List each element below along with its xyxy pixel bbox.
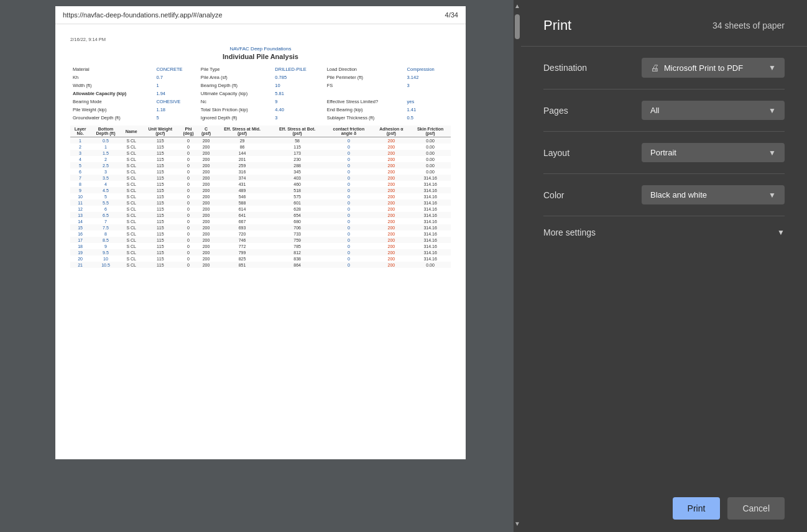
- table-cell: S CL: [121, 137, 142, 144]
- scroll-down-arrow[interactable]: ▼: [514, 518, 520, 530]
- table-cell: 460: [270, 181, 325, 187]
- table-row: 2110.5S CL115020085186402000.00: [70, 262, 451, 268]
- print-options: Destination 🖨 Microsoft Print to PDF ▼ P…: [521, 47, 807, 485]
- table-cell: 680: [270, 218, 325, 224]
- table-cell: 5: [70, 162, 90, 168]
- table-cell: 259: [214, 162, 270, 168]
- more-settings-row[interactable]: More settings ▼: [543, 216, 785, 249]
- print-panel: Print 34 sheets of paper Destination 🖨 M…: [521, 0, 807, 532]
- table-cell: 18: [70, 243, 90, 249]
- table-cell: 314.16: [410, 237, 451, 243]
- table-cell: 115: [142, 175, 180, 181]
- layout-label: Layout: [543, 148, 606, 158]
- table-cell: 115: [270, 144, 325, 150]
- table-cell: 200: [373, 262, 410, 268]
- table-cell: 316: [214, 168, 270, 175]
- print-header: Print 34 sheets of paper: [521, 0, 807, 47]
- table-row: 42S CL115020020123002000.00: [70, 156, 451, 162]
- table-cell: 720: [214, 231, 270, 237]
- table-cell: S CL: [121, 193, 142, 200]
- table-cell: 200: [373, 156, 410, 162]
- table-cell: 200: [373, 137, 410, 144]
- table-cell: 86: [214, 144, 270, 150]
- table-cell: 403: [270, 175, 325, 181]
- meta-row: Bearing Mode COHESIVE Nc 9 Effective Str…: [70, 98, 451, 106]
- table-cell: 200: [198, 181, 214, 187]
- meta-row: Material CONCRETE Pile Type DRILLED-PILE…: [70, 65, 451, 73]
- document-page: 2/16/22, 9:14 PM NAVFAC Deep Foundations…: [55, 24, 466, 459]
- layout-select[interactable]: Portrait ▼: [642, 143, 785, 162]
- table-cell: 6: [70, 168, 90, 175]
- print-button[interactable]: Print: [673, 497, 721, 520]
- url-bar: https://navfac-deep-foundations.netlify.…: [55, 6, 466, 24]
- table-cell: 0: [325, 156, 372, 162]
- table-cell: S CL: [121, 224, 142, 231]
- table-cell: 200: [198, 137, 214, 144]
- pages-select[interactable]: All ▼: [642, 101, 785, 120]
- table-cell: 19: [70, 249, 90, 255]
- table-cell: 799: [214, 249, 270, 255]
- color-row: Color Black and white ▼: [543, 174, 785, 216]
- table-cell: 3: [70, 150, 90, 156]
- table-cell: 0: [179, 175, 198, 181]
- col-header-unit-weight: Unit Weight(pcf): [142, 126, 180, 137]
- table-cell: 5.5: [90, 200, 121, 206]
- table-cell: 200: [373, 162, 410, 168]
- table-cell: 200: [198, 243, 214, 249]
- color-select-content: Black and white: [650, 190, 707, 200]
- table-cell: 1.5: [90, 150, 121, 156]
- table-cell: 115: [142, 162, 180, 168]
- scroll-up-arrow[interactable]: ▲: [514, 0, 520, 12]
- table-cell: S CL: [121, 243, 142, 249]
- table-cell: 2: [90, 156, 121, 162]
- table-cell: 200: [373, 168, 410, 175]
- table-cell: 14: [70, 218, 90, 224]
- table-cell: 0: [325, 162, 372, 168]
- table-row: 147S CL11502006676800200314.16: [70, 218, 451, 224]
- table-cell: 0: [325, 137, 372, 144]
- col-header-layer: LayerNo.: [70, 126, 90, 137]
- table-cell: 601: [270, 200, 325, 206]
- table-row: 115.5S CL11502005886010200314.16: [70, 200, 451, 206]
- table-cell: 2.5: [90, 162, 121, 168]
- table-cell: 0: [179, 162, 198, 168]
- cancel-button[interactable]: Cancel: [727, 497, 785, 520]
- color-label: Color: [543, 190, 606, 200]
- table-cell: 13: [70, 212, 90, 218]
- more-settings-chevron-icon: ▼: [777, 228, 785, 237]
- table-cell: 546: [214, 193, 270, 200]
- table-cell: 200: [198, 206, 214, 212]
- table-cell: 200: [373, 175, 410, 181]
- table-cell: 0: [325, 150, 372, 156]
- scroll-thumb[interactable]: [515, 14, 520, 39]
- table-cell: 314.16: [410, 193, 451, 200]
- table-cell: 0: [325, 255, 372, 262]
- scrollbar[interactable]: ▲ ▼: [514, 0, 521, 532]
- table-cell: 345: [270, 168, 325, 175]
- destination-label: Destination: [543, 63, 606, 73]
- destination-select-content: 🖨 Microsoft Print to PDF: [650, 63, 743, 73]
- table-cell: 0: [325, 200, 372, 206]
- table-cell: 115: [142, 193, 180, 200]
- table-cell: 200: [198, 150, 214, 156]
- table-cell: S CL: [121, 249, 142, 255]
- table-cell: 314.16: [410, 224, 451, 231]
- col-header-c: C(psf): [198, 126, 214, 137]
- table-cell: 15: [70, 224, 90, 231]
- destination-select[interactable]: 🖨 Microsoft Print to PDF ▼: [642, 58, 785, 78]
- print-title: Print: [543, 17, 571, 34]
- meta-row: Groundwater Depth (ft) 5 Ignored Depth (…: [70, 114, 451, 122]
- table-cell: 759: [270, 237, 325, 243]
- table-cell: 0: [179, 237, 198, 243]
- table-cell: 628: [270, 206, 325, 212]
- table-cell: 693: [214, 224, 270, 231]
- color-select[interactable]: Black and white ▼: [642, 185, 785, 204]
- table-cell: 0: [325, 262, 372, 268]
- table-cell: 0: [325, 224, 372, 231]
- table-cell: 5: [90, 193, 121, 200]
- table-row: 168S CL11502007207330200314.16: [70, 231, 451, 237]
- table-cell: 200: [198, 249, 214, 255]
- table-cell: 29: [214, 137, 270, 144]
- col-header-name: Name: [121, 126, 142, 137]
- table-cell: 200: [198, 231, 214, 237]
